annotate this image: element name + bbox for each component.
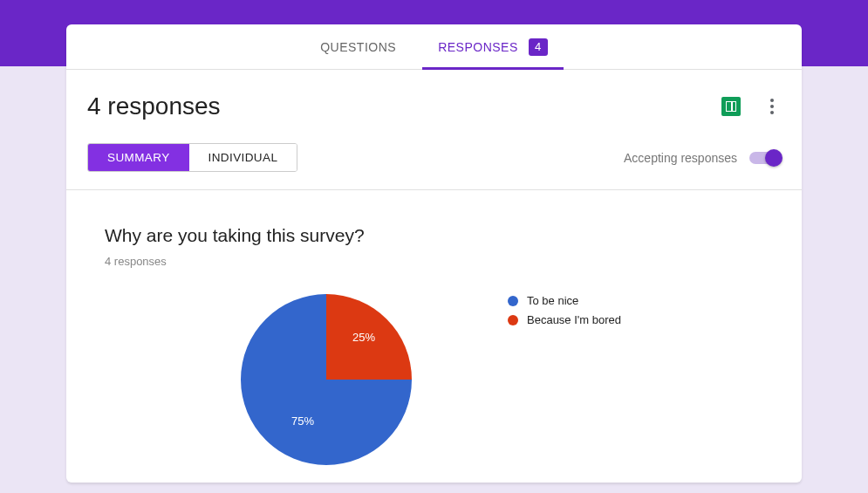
header-bottom: SUMMARY INDIVIDUAL Accepting responses [87, 143, 781, 172]
tabs-row: QUESTIONS RESPONSES 4 [66, 24, 802, 70]
header-top: 4 responses [87, 92, 781, 120]
tab-questions-label: QUESTIONS [320, 40, 396, 54]
tab-responses-label: RESPONSES [438, 40, 518, 54]
summary-button[interactable]: SUMMARY [88, 144, 189, 171]
more-menu-icon[interactable] [763, 98, 781, 115]
main-card: QUESTIONS RESPONSES 4 4 responses SUMMAR… [66, 24, 802, 483]
chart-legend: To be nice Because I'm bored [508, 294, 621, 326]
tab-questions[interactable]: QUESTIONS [317, 24, 400, 69]
question-response-count: 4 responses [105, 255, 763, 268]
sheets-icon[interactable] [721, 97, 741, 116]
individual-button[interactable]: INDIVIDUAL [189, 144, 297, 171]
legend-dot-icon [508, 315, 518, 325]
content-area: Why are you taking this survey? 4 respon… [66, 190, 802, 483]
legend-label: To be nice [527, 294, 578, 307]
tab-responses[interactable]: RESPONSES 4 [434, 24, 551, 69]
pie-label-25: 25% [352, 331, 375, 344]
legend-item: Because I'm bored [508, 313, 621, 326]
view-toggle: SUMMARY INDIVIDUAL [87, 143, 297, 172]
legend-dot-icon [508, 296, 518, 306]
accepting-label: Accepting responses [624, 151, 737, 165]
legend-item: To be nice [508, 294, 621, 307]
pie-chart-svg [241, 294, 412, 465]
responses-count-badge: 4 [529, 38, 548, 56]
legend-label: Because I'm bored [527, 313, 621, 326]
toggle-knob [765, 149, 783, 167]
header-actions [721, 97, 781, 116]
page-title: 4 responses [87, 92, 221, 120]
accepting-responses: Accepting responses [624, 151, 781, 165]
question-title: Why are you taking this survey? [105, 225, 763, 246]
chart-row: 25% 75% To be nice Because I'm bored [105, 294, 763, 465]
header-section: 4 responses SUMMARY INDIVIDUAL Accepting… [66, 70, 802, 190]
pie-label-75: 75% [291, 414, 314, 428]
pie-chart: 25% 75% [241, 294, 412, 465]
accepting-toggle[interactable] [749, 152, 781, 164]
